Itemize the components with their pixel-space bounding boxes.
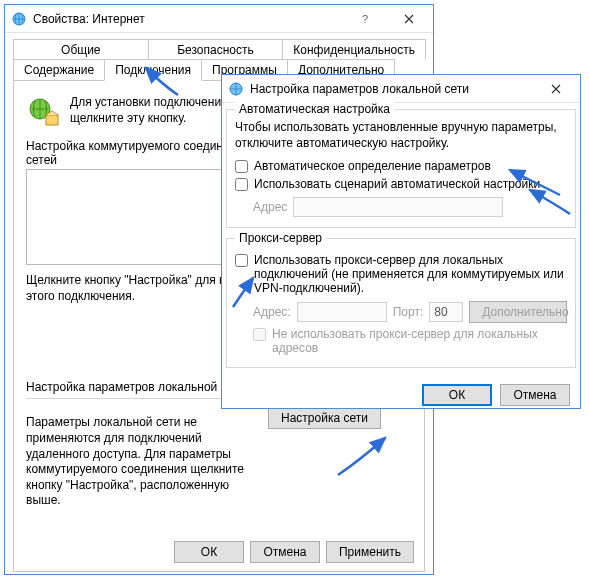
modal-titlebar: Настройка параметров локальной сети: [222, 75, 580, 103]
auto-config-group: Автоматическая настройка Чтобы использов…: [226, 109, 576, 228]
close-button[interactable]: [387, 5, 431, 32]
proxy-address-row: Адрес: Порт: Дополнительно: [253, 301, 567, 323]
proxy-address-label: Адрес:: [253, 305, 291, 319]
lan-settings-window: Настройка параметров локальной сети Авто…: [221, 74, 581, 409]
bypass-local-row: Не использовать прокси-сервер для локаль…: [253, 327, 567, 355]
script-address-input: [293, 197, 503, 217]
proxy-advanced-button: Дополнительно: [469, 301, 567, 323]
autodetect-row[interactable]: Автоматическое определение параметров: [235, 159, 567, 173]
titlebar: Свойства: Интернет ?: [5, 5, 433, 33]
tab-privacy[interactable]: Конфиденциальность: [282, 39, 426, 60]
proxy-port-input: [429, 302, 463, 322]
autoscript-label: Использовать сценарий автоматической нас…: [254, 177, 540, 191]
svg-rect-2: [46, 115, 58, 125]
tab-content[interactable]: Содержание: [13, 59, 105, 80]
autoscript-row[interactable]: Использовать сценарий автоматической нас…: [235, 177, 567, 191]
modal-title: Настройка параметров локальной сети: [250, 82, 534, 96]
auto-config-legend: Автоматическая настройка: [235, 102, 394, 116]
script-address-row: Адрес: [253, 197, 567, 217]
window-title: Свойства: Интернет: [33, 12, 343, 26]
proxy-port-label: Порт:: [393, 305, 424, 319]
bypass-local-checkbox: [253, 328, 266, 341]
bypass-local-label: Не использовать прокси-сервер для локаль…: [272, 327, 567, 355]
auto-config-text: Чтобы использовать установленные вручную…: [235, 120, 567, 151]
internet-options-icon: [228, 81, 244, 97]
apply-button[interactable]: Применить: [326, 541, 414, 563]
tabs-row-1: Общие Безопасность Конфиденциальность: [13, 39, 425, 60]
help-button[interactable]: ?: [343, 5, 387, 32]
autoscript-checkbox[interactable]: [235, 178, 248, 191]
lan-hint: Параметры локальной сети не применяются …: [26, 415, 256, 509]
script-address-label: Адрес: [253, 200, 287, 214]
tab-general[interactable]: Общие: [13, 39, 149, 60]
use-proxy-row[interactable]: Использовать прокси-сервер для локальных…: [235, 253, 567, 295]
modal-close-button[interactable]: [534, 75, 578, 102]
modal-ok-button[interactable]: ОК: [422, 384, 492, 406]
ok-button[interactable]: ОК: [174, 541, 244, 563]
proxy-legend: Прокси-сервер: [235, 231, 326, 245]
use-proxy-checkbox[interactable]: [235, 254, 248, 267]
proxy-address-input: [297, 302, 387, 322]
autodetect-label: Автоматическое определение параметров: [254, 159, 491, 173]
tab-connections[interactable]: Подключения: [104, 59, 202, 81]
cancel-button[interactable]: Отмена: [250, 541, 320, 563]
autodetect-checkbox[interactable]: [235, 160, 248, 173]
proxy-group: Прокси-сервер Использовать прокси-сервер…: [226, 238, 576, 368]
tab-security[interactable]: Безопасность: [148, 39, 284, 60]
internet-options-icon: [11, 11, 27, 27]
use-proxy-label: Использовать прокси-сервер для локальных…: [254, 253, 567, 295]
modal-cancel-button[interactable]: Отмена: [500, 384, 570, 406]
globe-wizard-icon: [26, 95, 60, 129]
